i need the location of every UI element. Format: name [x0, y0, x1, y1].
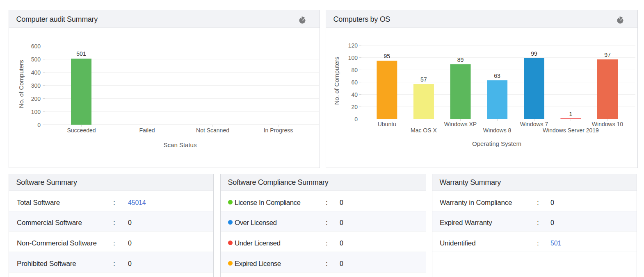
svg-text:200: 200 — [31, 95, 41, 102]
svg-text:No. of Computers: No. of Computers — [18, 60, 25, 108]
svg-text:Ubuntu: Ubuntu — [378, 121, 396, 127]
svg-text:Windows XP: Windows XP — [444, 121, 477, 127]
svg-text:100: 100 — [348, 54, 358, 61]
svg-text:No. of Computers: No. of Computers — [333, 57, 340, 105]
svg-text:501: 501 — [76, 50, 86, 57]
svg-text:Succeeded: Succeeded — [67, 127, 96, 134]
svg-text:600: 600 — [31, 43, 41, 50]
svg-text:Operating System: Operating System — [472, 140, 521, 147]
svg-text:0: 0 — [354, 116, 358, 123]
svg-text:120: 120 — [348, 42, 358, 49]
svg-text:95: 95 — [384, 53, 391, 59]
svg-text:400: 400 — [31, 69, 41, 76]
svg-text:60: 60 — [351, 79, 358, 86]
svg-text:80: 80 — [351, 67, 358, 73]
svg-text:40: 40 — [351, 91, 358, 98]
svg-text:Windows Server 2019: Windows Server 2019 — [543, 127, 599, 134]
svg-text:Scan Status: Scan Status — [164, 141, 197, 148]
svg-text:100: 100 — [31, 109, 41, 115]
svg-text:In Progress: In Progress — [264, 127, 293, 134]
svg-text:20: 20 — [351, 104, 358, 110]
svg-text:99: 99 — [531, 50, 537, 57]
svg-text:57: 57 — [420, 76, 427, 83]
svg-text:300: 300 — [31, 82, 41, 89]
svg-text:97: 97 — [604, 52, 611, 58]
svg-text:0: 0 — [37, 122, 41, 128]
svg-text:Windows 7: Windows 7 — [520, 121, 548, 127]
svg-text:Not Scanned: Not Scanned — [196, 127, 229, 134]
svg-text:Windows 8: Windows 8 — [483, 127, 512, 134]
svg-text:Windows 10: Windows 10 — [592, 121, 623, 127]
svg-text:500: 500 — [31, 56, 41, 63]
svg-text:Mac OS X: Mac OS X — [411, 127, 437, 134]
svg-text:63: 63 — [494, 73, 500, 79]
svg-text:Failed: Failed — [139, 127, 155, 134]
svg-text:1: 1 — [569, 111, 573, 117]
svg-text:89: 89 — [457, 57, 464, 63]
